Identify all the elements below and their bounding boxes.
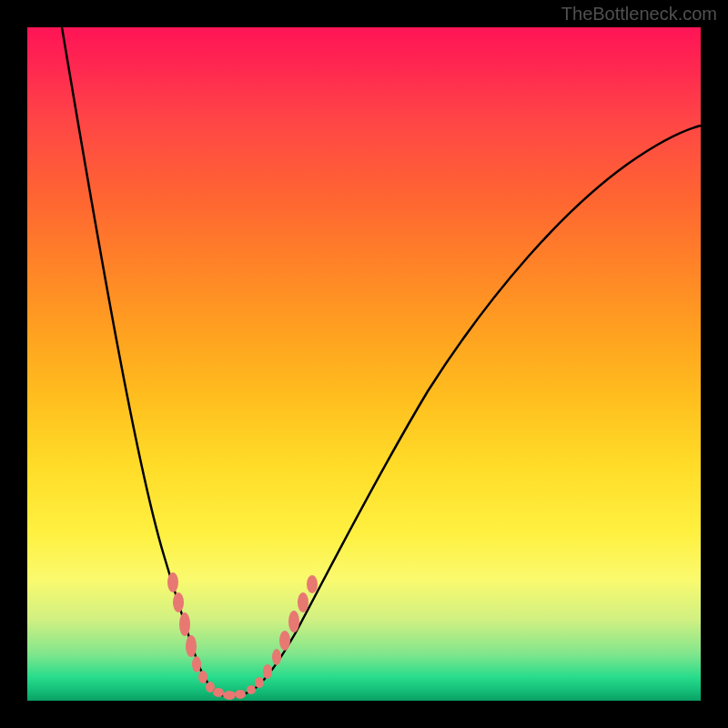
data-marker	[186, 635, 197, 657]
data-marker	[272, 649, 281, 665]
data-marker	[223, 691, 236, 700]
data-marker	[167, 572, 178, 592]
curve-left-branch	[62, 27, 229, 696]
data-marker	[298, 592, 308, 612]
data-marker	[263, 664, 272, 679]
data-marker	[247, 685, 256, 694]
data-marker	[288, 611, 299, 632]
data-marker	[255, 677, 264, 688]
data-marker	[213, 688, 224, 697]
chart-svg	[27, 27, 701, 701]
data-marker	[307, 575, 318, 593]
data-marker	[173, 592, 184, 612]
data-marker	[198, 671, 207, 683]
data-marker	[192, 656, 201, 672]
data-marker	[179, 612, 190, 636]
chart-plot-area	[27, 27, 701, 701]
watermark-text: TheBottleneck.com	[561, 4, 717, 25]
data-marker	[279, 631, 290, 651]
data-marker	[235, 690, 246, 699]
markers-group	[167, 572, 318, 700]
